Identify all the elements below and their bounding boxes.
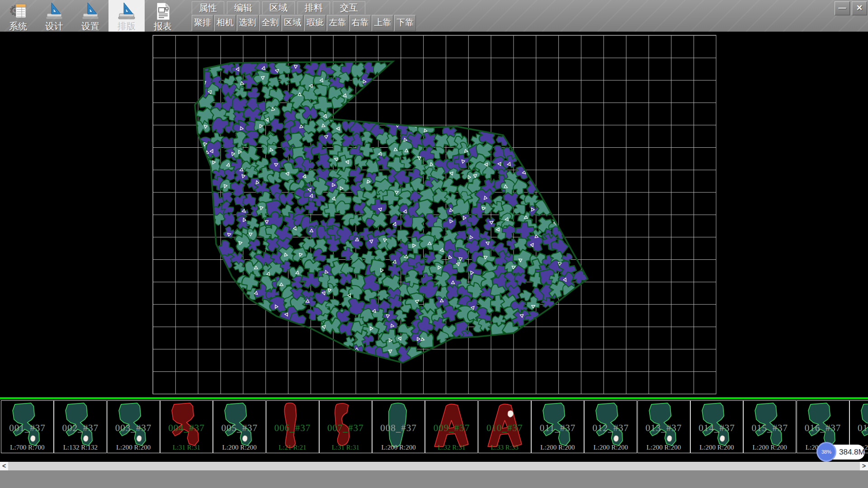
report-doc-icon	[145, 1, 181, 21]
piece-thumbnail-005_#37[interactable]: 005_#37L:200 R:200	[213, 400, 266, 453]
piece-id-label: 005_#37	[213, 422, 265, 434]
piece-thumbnail-004_#37[interactable]: 004_#37L:31 R:31	[160, 400, 213, 453]
nesting-ruler-icon	[108, 1, 145, 21]
system-gear-icon: ⚙	[0, 1, 36, 21]
piece-lr-label: L:21 R:21	[267, 444, 319, 451]
piece-thumbnail-015_#37[interactable]: 015_#37L:200 R:200	[743, 400, 796, 453]
nesting-app-window: ⚙系统设计设置排版报表 属性编辑区域排料交互 聚排相机选割全割区域瑕疵左靠右靠上…	[0, 0, 868, 488]
menu-top-2[interactable]: 编辑	[227, 1, 259, 14]
progress-percent-badge: 38%	[816, 442, 836, 462]
piece-lr-label: L:700 R:700	[1, 444, 53, 451]
toolbar-button-5[interactable]: 报表	[145, 0, 181, 32]
menu-top-1[interactable]: 属性	[192, 1, 224, 14]
piece-thumbnail-006_#37[interactable]: 006_#37L:21 R:21	[266, 400, 319, 453]
toolbar-button-label: 设置	[72, 20, 108, 32]
piece-lr-label: L:31 R:31	[320, 444, 372, 451]
piece-lr-label: L:33 R:33	[479, 444, 531, 451]
menu-sub-3[interactable]: 选割	[237, 15, 259, 31]
piece-id-label: 007_#37	[320, 422, 372, 434]
piece-lr-label: L:32 R:31	[425, 444, 477, 451]
design-ruler-icon	[36, 1, 72, 21]
piece-lr-label: L:31 R:31	[160, 444, 212, 451]
piece-id-label: 017_#37	[850, 422, 868, 434]
piece-thumbnail-001_#37[interactable]: 001_#37L:700 R:700	[1, 400, 54, 453]
menu-sub-5[interactable]: 区域	[282, 15, 303, 31]
minimize-button[interactable]: —	[835, 1, 850, 15]
piece-id-label: 002_#37	[54, 422, 106, 434]
menu-top-5[interactable]: 交互	[333, 1, 365, 14]
piece-thumbnail-003_#37[interactable]: 003_#37L:200 R:200	[107, 400, 160, 453]
toolbar-button-3[interactable]: 设置	[72, 0, 108, 32]
toolbar-button-2[interactable]: 设计	[36, 0, 72, 32]
horizontal-scrollbar[interactable]: < >	[0, 462, 868, 470]
menu-sub-1[interactable]: 聚排	[192, 15, 213, 31]
memory-value-label: 384.8M	[839, 445, 865, 460]
nesting-canvas[interactable]	[0, 32, 868, 397]
piece-lr-label: L:200 R:200	[744, 444, 796, 451]
piece-lr-label: L:200 R:200	[108, 444, 160, 451]
menu-sub-2[interactable]: 相机	[214, 15, 236, 31]
toolbar-button-4[interactable]: 排版	[108, 0, 145, 32]
piece-id-label: 015_#37	[744, 422, 796, 434]
menu-sub-10[interactable]: 下靠	[394, 15, 416, 31]
toolbar-button-label: 排版	[108, 20, 145, 32]
piece-id-label: 012_#37	[585, 422, 637, 434]
menu-sub-6[interactable]: 瑕疵	[304, 15, 326, 31]
menu-top-4[interactable]: 排料	[297, 1, 330, 14]
piece-thumbnail-011_#37[interactable]: 011_#37L:200 R:200	[531, 400, 584, 453]
toolbar-button-label: 报表	[145, 20, 181, 32]
memory-usage-badge: 38% 384.8M	[819, 445, 865, 460]
menu-sub-7[interactable]: 左靠	[327, 15, 349, 31]
piece-id-label: 003_#37	[108, 422, 160, 434]
piece-thumbnail-010_#37[interactable]: 010_#37L:33 R:33	[478, 400, 531, 453]
status-bar	[0, 470, 868, 488]
piece-id-label: 011_#37	[532, 422, 584, 434]
scroll-right-button[interactable]: >	[860, 462, 868, 470]
piece-lr-label: L:200 R:200	[585, 444, 637, 451]
piece-id-label: 006_#37	[267, 422, 319, 434]
piece-lr-label: L:200 R:200	[532, 444, 584, 451]
piece-lr-label: L:200 R:200	[638, 444, 690, 451]
piece-thumbnail-013_#37[interactable]: 013_#37L:200 R:200	[637, 400, 690, 453]
piece-lr-label: L:132 R:132	[54, 444, 106, 451]
piece-id-label: 008_#37	[373, 422, 425, 434]
toolbar-button-label: 设计	[36, 20, 72, 32]
piece-id-label: 014_#37	[691, 422, 743, 434]
piece-lr-label: L:200 R:200	[691, 444, 743, 451]
piece-id-label: 016_#37	[797, 422, 849, 434]
toolbar-button-1[interactable]: ⚙系统	[0, 0, 36, 32]
piece-thumbnail-014_#37[interactable]: 014_#37L:200 R:200	[690, 400, 743, 453]
close-button[interactable]: ✕	[852, 1, 867, 15]
piece-id-label: 009_#37	[425, 422, 477, 434]
piece-id-label: 013_#37	[638, 422, 690, 434]
menu-sub-8[interactable]: 右靠	[349, 15, 371, 31]
piece-id-label: 001_#37	[1, 422, 53, 434]
piece-id-label: 010_#37	[479, 422, 531, 434]
piece-thumbnail-007_#37[interactable]: 007_#37L:31 R:31	[319, 400, 372, 453]
menu-sub-9[interactable]: 上靠	[372, 15, 393, 31]
toolbar-button-label: 系统	[0, 20, 36, 32]
piece-id-label: 004_#37	[160, 422, 212, 434]
toolbar: ⚙系统设计设置排版报表 属性编辑区域排料交互 聚排相机选割全割区域瑕疵左靠右靠上…	[0, 0, 868, 32]
piece-thumbnail-012_#37[interactable]: 012_#37L:200 R:200	[584, 400, 637, 453]
piece-lr-label: L:200 R:200	[213, 444, 265, 451]
piece-thumbnail-008_#37[interactable]: 008_#37L:200 R:200	[372, 400, 425, 453]
menu-sub-4[interactable]: 全割	[259, 15, 281, 31]
piece-thumbnail-009_#37[interactable]: 009_#37L:32 R:31	[425, 400, 478, 453]
piece-lr-label: L:200 R:200	[373, 444, 425, 451]
settings-ruler-icon	[72, 1, 108, 21]
menu-top-3[interactable]: 区域	[262, 1, 295, 14]
piece-thumbnail-strip[interactable]: 001_#37L:700 R:700002_#37L:132 R:132003_…	[0, 399, 868, 462]
scroll-left-button[interactable]: <	[0, 462, 8, 470]
piece-thumbnail-002_#37[interactable]: 002_#37L:132 R:132	[54, 400, 107, 453]
